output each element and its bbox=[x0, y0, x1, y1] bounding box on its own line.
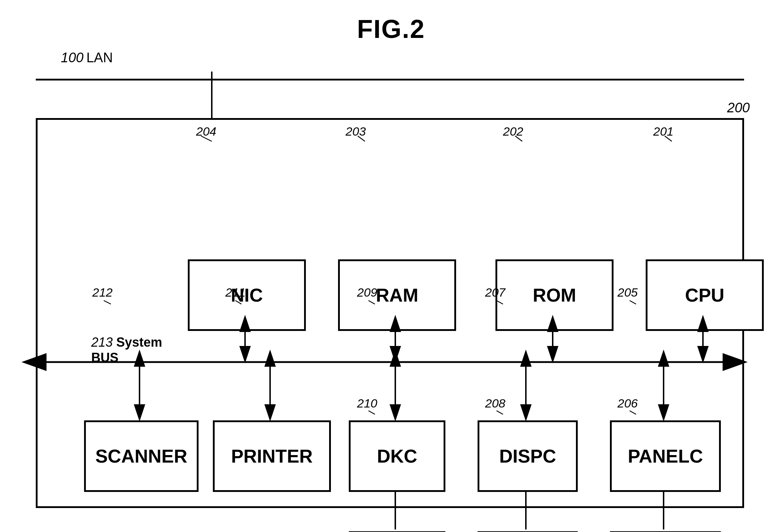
ref-panel: 206 bbox=[617, 396, 638, 410]
box-scanner: SCANNER bbox=[84, 420, 199, 492]
lan-line bbox=[36, 79, 744, 80]
page: FIG.2 100LAN 200 213 System BUS NIC RAM … bbox=[0, 0, 782, 532]
box-dkc: DKC bbox=[349, 420, 445, 492]
system-bus-label: 213 System BUS bbox=[91, 335, 162, 365]
ref-cpu: 201 bbox=[653, 125, 674, 138]
box-panelc: PANELC bbox=[610, 420, 721, 492]
box-nic: NIC bbox=[188, 259, 306, 331]
ref-ram: 203 bbox=[346, 125, 366, 138]
ref-printer: 211 bbox=[225, 285, 246, 299]
box-ram: RAM bbox=[338, 259, 456, 331]
ref-scanner: 212 bbox=[92, 285, 113, 299]
lan-label: 100LAN bbox=[61, 50, 113, 65]
box-printer: PRINTER bbox=[213, 420, 331, 492]
ref-dispc: 207 bbox=[485, 285, 505, 299]
figure-title: FIG.2 bbox=[0, 0, 782, 44]
ref-nic: 204 bbox=[196, 125, 216, 138]
ref-rom: 202 bbox=[503, 125, 523, 138]
ref-display: 208 bbox=[485, 396, 505, 410]
lan-connector-line bbox=[211, 80, 212, 122]
main-device-box: 213 System BUS NIC RAM ROM CPU SCANNER P… bbox=[36, 118, 744, 508]
box-cpu: CPU bbox=[646, 259, 764, 331]
ref-hd: 210 bbox=[357, 396, 377, 410]
ref-panelc: 205 bbox=[617, 285, 638, 299]
box-dispc: DISPC bbox=[478, 420, 578, 492]
ref-dkc: 209 bbox=[357, 285, 377, 299]
box-rom: ROM bbox=[495, 259, 614, 331]
ref-200: 200 bbox=[727, 100, 750, 116]
